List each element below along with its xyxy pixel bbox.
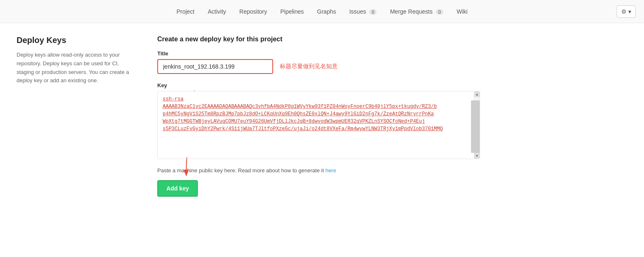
scrollbar-track[interactable]: ▲ ▼ [474, 91, 480, 159]
scrollbar-down-button[interactable]: ▼ [474, 153, 480, 159]
main-content: Deploy Keys Deploy keys allow read-only … [0, 23, 497, 209]
scrollbar-thumb[interactable] [471, 100, 481, 153]
key-form-group: Key ssh-rsa AAAAB3NzaC1yc2EAAAADAQABAAAB… [157, 82, 480, 159]
page-title: Deploy Keys [17, 36, 132, 45]
nav-link-pipelines[interactable]: Pipelines [274, 1, 310, 22]
add-key-button[interactable]: Add key [157, 180, 198, 197]
page-description: Deploy keys allow read-only access to yo… [17, 51, 132, 85]
nav-link-repository[interactable]: Repository [233, 1, 274, 22]
dropdown-chevron-icon: ▾ [628, 8, 631, 15]
help-text: Paste a machine public key here. Read mo… [157, 167, 480, 174]
nav-links-container: Project Activity Repository Pipelines Gr… [170, 1, 474, 22]
settings-dropdown-button[interactable]: ⚙ ▾ [617, 5, 636, 18]
top-navigation: Project Activity Repository Pipelines Gr… [0, 0, 644, 23]
left-panel: Deploy Keys Deploy keys allow read-only … [17, 36, 132, 197]
key-textarea-wrapper: ssh-rsa AAAAB3NzaC1yc2EAAAADAQABAAABAQc3… [157, 91, 480, 159]
title-label: Title [157, 50, 480, 57]
nav-link-issues[interactable]: Issues 0 [343, 1, 383, 22]
nav-link-wiki[interactable]: Wiki [450, 1, 474, 22]
title-input-wrapper [157, 59, 273, 74]
title-input[interactable] [157, 59, 273, 74]
nav-link-graphs[interactable]: Graphs [310, 1, 343, 22]
title-hint-text: 标题尽量做到见名知意 [280, 63, 338, 70]
right-panel: Create a new deploy key for this project… [157, 36, 480, 197]
key-textarea[interactable]: ssh-rsa AAAAB3NzaC1yc2EAAAADAQABAAABAQc3… [158, 91, 480, 157]
gear-icon: ⚙ [621, 8, 627, 15]
form-heading: Create a new deploy key for this project [157, 36, 480, 43]
nav-link-project[interactable]: Project [170, 1, 201, 22]
title-form-group: Title 标题尽量做到见名知意 [157, 50, 480, 74]
issues-badge: 0 [369, 9, 377, 15]
merge-requests-badge: 0 [436, 9, 443, 15]
scrollbar-up-button[interactable]: ▲ [474, 91, 480, 97]
title-row: 标题尽量做到见名知意 [157, 59, 480, 74]
nav-link-merge-requests[interactable]: Merge Requests 0 [383, 1, 450, 22]
nav-link-activity[interactable]: Activity [201, 1, 233, 22]
key-label: Key [157, 82, 480, 88]
help-link[interactable]: here [325, 167, 336, 174]
